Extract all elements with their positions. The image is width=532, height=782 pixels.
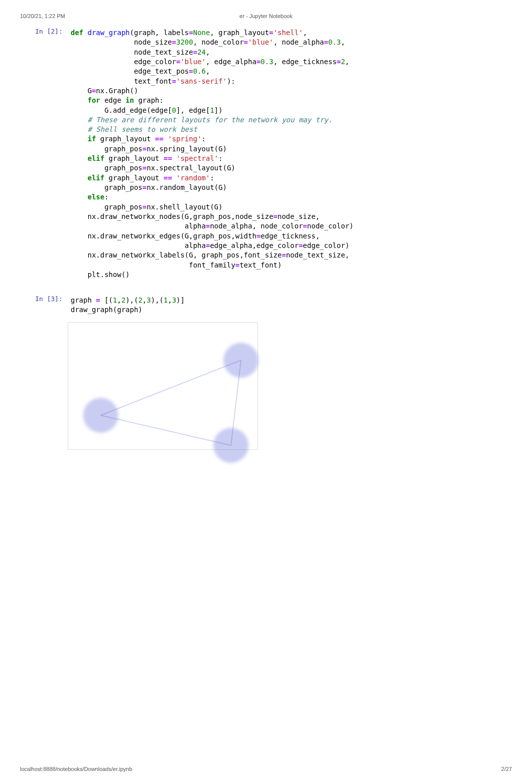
graph-node — [83, 398, 118, 433]
code-input-2[interactable]: def draw_graph(graph, labels=None, graph… — [68, 26, 512, 283]
print-footer: localhost:8888/notebooks/Downloads/er.ip… — [20, 766, 512, 772]
input-prompt-3: In [3]: — [20, 294, 68, 318]
svg-line-0 — [101, 360, 241, 415]
print-date: 10/20/21, 1:22 PM — [20, 13, 65, 19]
code-cell-2: In [2]: def draw_graph(graph, labels=Non… — [20, 26, 512, 283]
code-cell-3: In [3]: graph = [(1,2),(2,3),(1,3)] draw… — [20, 294, 512, 318]
svg-line-2 — [101, 415, 231, 445]
graph-output — [68, 322, 258, 450]
footer-url: localhost:8888/notebooks/Downloads/er.ip… — [20, 766, 132, 772]
input-prompt-2: In [2]: — [20, 26, 68, 283]
graph-node — [223, 343, 258, 378]
footer-page: 2/27 — [501, 766, 512, 772]
print-header: 10/20/21, 1:22 PM er - Jupyter Notebook — [20, 10, 512, 26]
code-input-3[interactable]: graph = [(1,2),(2,3),(1,3)] draw_graph(g… — [68, 294, 512, 318]
graph-node — [213, 428, 248, 463]
print-title: er - Jupyter Notebook — [239, 13, 293, 19]
